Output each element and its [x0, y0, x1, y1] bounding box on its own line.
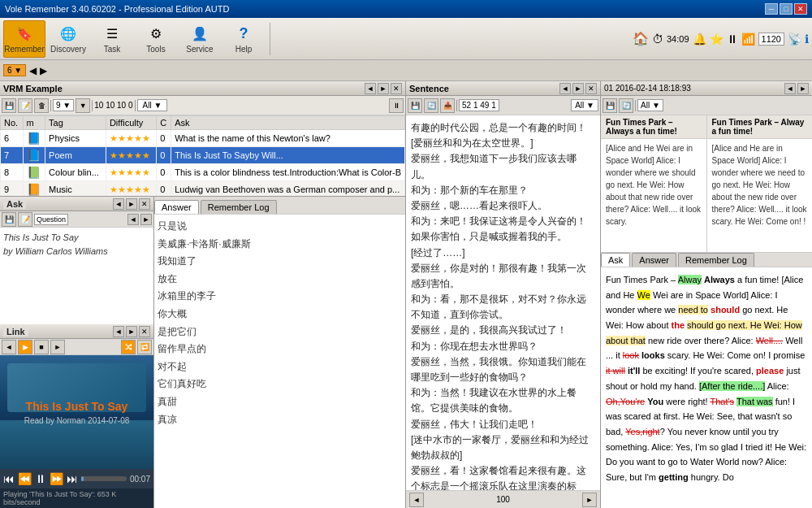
link-close[interactable]: ✕ — [139, 326, 150, 337]
sentence-nav-next[interactable]: ► — [572, 83, 584, 94]
bold-itll: it'll — [628, 366, 640, 376]
ask-nav[interactable]: ◄ ► ✕ — [113, 198, 150, 210]
sentence-nav[interactable]: ◄ ► ✕ — [559, 83, 597, 94]
network-icon: 📶 — [741, 33, 755, 46]
media-title: This Is Just To Say — [26, 400, 128, 413]
link-repeat[interactable]: 🔁 — [137, 340, 152, 354]
link-nav-next[interactable]: ► — [126, 326, 137, 337]
link-prev[interactable]: ◄ — [2, 340, 16, 354]
s-sep — [456, 100, 457, 111]
table-row[interactable]: 8 📗 Colour blin... ★★★★★ 0 This is a col… — [1, 164, 405, 181]
sentence-toolbar: 💾 🔄 📥 52 1 49 1 All ▼ — [406, 96, 600, 115]
s-tb-2[interactable]: 🔄 — [424, 98, 438, 113]
tab-answer-right[interactable]: Answer — [632, 253, 676, 267]
media-progress-fill — [81, 476, 84, 481]
s-all[interactable]: All ▼ — [571, 99, 598, 111]
toolbar-help[interactable]: ? Help — [222, 20, 265, 58]
link-nav[interactable]: ◄ ► ✕ — [113, 326, 150, 337]
s-tb-3[interactable]: 📥 — [440, 98, 455, 113]
vrm-close[interactable]: ✕ — [391, 83, 402, 94]
ask-label: Ask — [3, 199, 26, 209]
ask-tb-btn1[interactable]: 💾 — [2, 212, 16, 227]
tb-numbers: 10 10 10 0 — [94, 101, 132, 110]
media-prev-btn[interactable]: ⏮ — [3, 472, 15, 485]
tab-remember-log-right[interactable]: Remember Log — [678, 253, 754, 267]
text-please: please — [756, 366, 784, 376]
strikethrough-thats: That's — [710, 397, 735, 406]
col-content-2: [Alice and He are in Space World] Alice:… — [707, 139, 813, 252]
tb-pause[interactable]: ⏸ — [389, 98, 404, 113]
tab-ask[interactable]: Ask — [601, 253, 630, 267]
link-shuffle[interactable]: 🔀 — [121, 340, 136, 354]
cell-difficulty: ★★★★★ — [106, 181, 156, 198]
tb-count: 9 ▼ — [53, 99, 74, 111]
far-right-prev[interactable]: ◄ — [784, 83, 796, 94]
pause-icon[interactable]: ⏸ — [727, 33, 738, 46]
s-tb-1[interactable]: 💾 — [408, 98, 422, 113]
link-nav-prev[interactable]: ◄ — [113, 326, 124, 337]
ask-nav-next[interactable]: ► — [126, 198, 137, 210]
link-next[interactable]: ► — [50, 340, 65, 354]
toolbar-service[interactable]: 👤 Service — [179, 20, 221, 58]
fr-all[interactable]: All ▼ — [637, 99, 663, 111]
tb-save[interactable]: 💾 — [2, 98, 16, 113]
tb-new[interactable]: 📝 — [18, 98, 32, 113]
tab-answer[interactable]: Answer — [154, 200, 199, 214]
minimize-button[interactable]: ─ — [765, 3, 778, 15]
help-label: Help — [235, 45, 253, 54]
cell-difficulty: ★★★★★ — [106, 130, 156, 147]
home-icon[interactable]: 🏠 — [633, 31, 649, 46]
sentence-panel: Sentence ◄ ► ✕ 💾 🔄 📥 52 1 49 1 All ▼ — [406, 81, 601, 508]
tb-sep2 — [92, 100, 93, 111]
toolbar-remember[interactable]: 🔖 Remember — [3, 20, 45, 58]
small-icon-1[interactable]: ◀ — [29, 65, 37, 76]
toolbar-task[interactable]: ☰ Task — [91, 20, 133, 58]
tab-remember-log[interactable]: Remember Log — [201, 200, 277, 214]
far-right-nav[interactable]: ◄ ► — [784, 83, 809, 94]
tb-all[interactable]: All ▼ — [137, 99, 168, 111]
vrm-nav-prev[interactable]: ◄ — [365, 83, 376, 94]
s-nav-left[interactable]: ◄ — [409, 493, 424, 507]
close-button[interactable]: ✕ — [794, 3, 807, 15]
s-count: 52 1 49 1 — [459, 99, 499, 111]
s-nav-right[interactable]: ► — [582, 493, 597, 507]
ask-tb-prev[interactable]: ◄ — [127, 214, 139, 225]
table-row[interactable]: 7 📘 Poem ★★★★★ 0 This Is Just To Sayby W… — [1, 147, 405, 164]
fr-tb-2[interactable]: 🔄 — [619, 98, 633, 113]
remember-label: Remember — [4, 45, 44, 54]
media-rewind-btn[interactable]: ⏪ — [18, 472, 32, 485]
fr-tb-1[interactable]: 💾 — [603, 98, 617, 113]
col1-text: [Alice and He Wei are in Space World] Al… — [606, 144, 701, 226]
ask-tb-next[interactable]: ► — [140, 214, 152, 225]
notif-icon[interactable]: 🔔 — [693, 33, 706, 46]
link-play[interactable]: ▶ — [18, 340, 32, 354]
col-m: m — [23, 116, 45, 130]
toolbar-tools[interactable]: ⚙ Tools — [135, 20, 177, 58]
info-icon[interactable]: ℹ — [805, 33, 809, 46]
table-row[interactable]: 9 📙 Music ★★★★★ 0 Ludwig van Beethoven w… — [1, 181, 405, 198]
ask-close[interactable]: ✕ — [139, 198, 150, 210]
feed-icon[interactable]: 📡 — [788, 33, 801, 46]
small-icon-2[interactable]: ▶ — [40, 65, 47, 76]
far-right-next[interactable]: ► — [797, 83, 809, 94]
maximize-button[interactable]: □ — [780, 3, 793, 15]
tb-delete[interactable]: 🗑 — [34, 98, 49, 113]
strikethrough-will: it will — [606, 366, 625, 376]
tb-filter[interactable]: ▼ — [76, 98, 90, 113]
media-next-btn[interactable]: ⏭ — [67, 472, 78, 485]
vrm-nav-next[interactable]: ► — [378, 83, 389, 94]
ask-section-header: Ask ◄ ► ✕ — [0, 197, 153, 211]
ask-tb-btn2[interactable]: 📝 — [18, 212, 32, 227]
toolbar-discovery[interactable]: 🌐 Discovery — [47, 20, 89, 58]
table-row[interactable]: 6 📘 Physics ★★★★★ 0 What is the name of … — [1, 130, 405, 147]
media-ff-btn[interactable]: ⏩ — [50, 472, 63, 485]
window-controls[interactable]: ─ □ ✕ — [765, 3, 807, 15]
media-pause-btn[interactable]: ⏸ — [35, 472, 46, 485]
sentence-close[interactable]: ✕ — [585, 83, 597, 94]
link-stop[interactable]: ■ — [34, 340, 49, 354]
sentence-nav-prev[interactable]: ◄ — [559, 83, 571, 94]
cell-c: 0 — [157, 147, 171, 164]
vrm-nav[interactable]: ◄ ► ✕ — [365, 83, 402, 94]
media-progress[interactable] — [81, 476, 127, 481]
ask-nav-prev[interactable]: ◄ — [113, 198, 124, 210]
